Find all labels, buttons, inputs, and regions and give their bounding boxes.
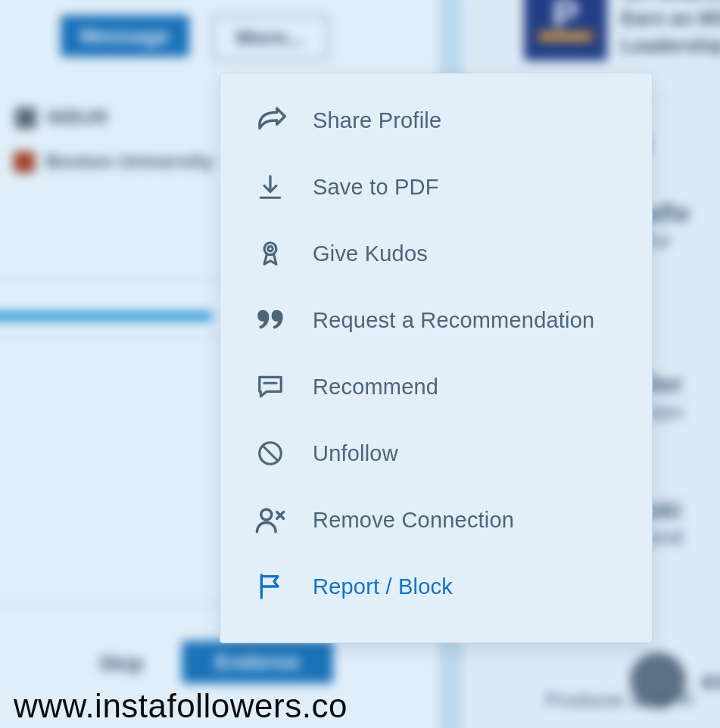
menu-item-report-block[interactable]: Report / Block <box>220 553 652 620</box>
menu-item-label: Remove Connection <box>313 508 514 533</box>
endorse-button[interactable]: Endorse <box>182 641 333 683</box>
watermark-text: www.instafollowers.co <box>14 687 348 725</box>
skip-button-label: Skip <box>98 652 143 676</box>
menu-item-label: Unfollow <box>313 441 398 466</box>
menu-item-save-pdf[interactable]: Save to PDF <box>220 154 652 220</box>
skip-button[interactable]: Skip <box>83 643 159 684</box>
block-icon <box>254 437 287 470</box>
experience-item-label: WBUR <box>47 106 108 129</box>
wbur-logo-icon <box>15 107 36 129</box>
menu-item-label: Share Profile <box>313 108 441 133</box>
more-button-label: More... <box>236 26 304 50</box>
comment-icon <box>254 370 287 403</box>
more-dropdown-menu: Share Profile Save to PDF Give Kudos Req… <box>220 73 653 643</box>
message-button-label: Message <box>80 24 170 48</box>
experience-item-label: Boston University <box>45 150 214 173</box>
remove-user-icon <box>254 503 287 537</box>
menu-item-label: Give Kudos <box>313 241 428 266</box>
svg-point-3 <box>261 509 272 520</box>
quote-icon <box>254 303 287 337</box>
sidebar-person-sub: Producer at NPR <box>545 689 694 712</box>
experience-item-bu[interactable]: Boston University <box>14 150 214 173</box>
flag-icon <box>254 570 287 603</box>
menu-item-share-profile[interactable]: Share Profile <box>220 87 652 154</box>
experience-item-wbur[interactable]: WBUR <box>15 106 108 129</box>
menu-item-recommend[interactable]: Recommend <box>220 353 652 420</box>
promo-text: NO GRE/GMAT Earn an MS in M Leadership O… <box>621 0 720 59</box>
share-icon <box>254 104 287 137</box>
menu-item-request-recommendation[interactable]: Request a Recommendation <box>220 287 652 353</box>
endorse-button-label: Endorse <box>215 650 300 674</box>
promo-ad[interactable]: P BUSINESS NO GRE/GMAT Earn an MS in M L… <box>524 0 720 61</box>
promo-logo-icon: P BUSINESS <box>524 0 607 61</box>
more-button[interactable]: More... <box>212 15 329 60</box>
svg-point-1 <box>268 247 273 251</box>
menu-item-label: Recommend <box>313 375 438 400</box>
message-button[interactable]: Message <box>61 15 189 57</box>
menu-item-unfollow[interactable]: Unfollow <box>220 420 652 487</box>
menu-item-label: Report / Block <box>313 574 453 599</box>
download-icon <box>254 170 287 204</box>
svg-point-0 <box>264 243 276 255</box>
sidebar-person-name: essle <box>701 666 720 695</box>
menu-item-label: Save to PDF <box>313 175 439 200</box>
menu-item-label: Request a Recommendation <box>313 308 594 333</box>
award-icon <box>254 237 287 270</box>
bu-logo-icon <box>14 151 35 173</box>
menu-item-remove-connection[interactable]: Remove Connection <box>220 487 652 553</box>
section-highlight <box>0 312 212 321</box>
menu-item-give-kudos[interactable]: Give Kudos <box>220 220 652 287</box>
